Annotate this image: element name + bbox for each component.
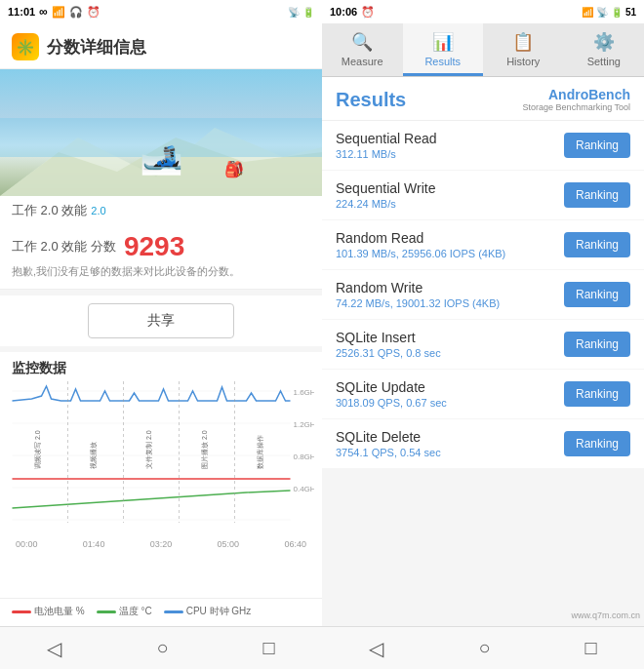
legend-temp: 温度 °C	[97, 605, 152, 618]
brand-black: Andro	[548, 87, 588, 102]
right-recent-button[interactable]: □	[565, 629, 616, 667]
skier-figure: 🎿	[140, 136, 183, 177]
result-value-0: 312.11 MB/s	[336, 148, 437, 160]
cpu-dot	[164, 610, 183, 613]
setting-icon: ⚙️	[593, 31, 615, 53]
svg-text:文件复制 2.0: 文件复制 2.0	[145, 430, 152, 469]
score-value: 9293	[124, 233, 184, 260]
result-name-4: SQLite Insert	[336, 330, 441, 345]
tab-history[interactable]: 📋 History	[483, 23, 564, 76]
results-list: Sequential Read 312.11 MB/s Ranking Sequ…	[322, 121, 644, 626]
left-nav-bar: ◁ ○ □	[0, 626, 322, 669]
measure-icon: 🔍	[351, 31, 373, 53]
battery-icon: 🔋	[302, 7, 314, 18]
svg-text:1.2GHz: 1.2GHz	[294, 420, 315, 429]
result-name-2: Random Read	[336, 230, 505, 246]
work-text: 工作 2.0 效能	[12, 202, 87, 219]
result-value-5: 3018.09 QPS, 0.67 sec	[336, 397, 447, 409]
right-back-button[interactable]: ◁	[349, 629, 403, 668]
svg-text:0.8GHz: 0.8GHz	[294, 453, 315, 461]
result-value-3: 74.22 MB/s, 19001.32 IOPS (4KB)	[336, 297, 500, 309]
right-alarm-icon: ⏰	[361, 6, 375, 19]
cpu-legend-text: CPU 时钟 GHz	[186, 605, 252, 618]
history-icon: 📋	[512, 31, 534, 53]
right-time: 10:06	[330, 6, 357, 18]
signal-icon: 📶	[52, 6, 65, 19]
monitor-title: 监控数据	[0, 352, 322, 381]
chart-svg: 1.6GHz 1.2GHz 0.8GHz 0.4GHz	[8, 381, 314, 537]
result-value-6: 3754.1 QPS, 0.54 sec	[336, 447, 441, 458]
ranking-btn-4[interactable]: Ranking	[564, 332, 630, 357]
tab-results[interactable]: 📊 Results	[403, 23, 484, 76]
result-name-0: Sequential Read	[336, 131, 437, 146]
left-back-button[interactable]: ◁	[27, 629, 81, 668]
left-title: 分数详细信息	[47, 36, 146, 59]
right-home-button[interactable]: ○	[459, 629, 509, 667]
result-name-3: Random Write	[336, 280, 500, 295]
result-value-1: 224.24 MB/s	[336, 198, 435, 210]
app-logo: ✳️	[12, 33, 39, 60]
ranking-btn-3[interactable]: Ranking	[564, 282, 630, 307]
battery-dot	[12, 610, 31, 613]
x-label-3: 05:00	[218, 539, 240, 549]
score-row: 工作 2.0 效能 分数 9293	[12, 233, 310, 260]
results-icon: 📊	[432, 31, 454, 53]
battery-legend-text: 电池电量 %	[34, 605, 85, 618]
share-button[interactable]: 共享	[88, 303, 234, 338]
x-label-4: 06:40	[284, 539, 306, 549]
score-label: 工作 2.0 效能 分数	[12, 238, 116, 256]
right-wifi-icon: 📶	[582, 7, 593, 18]
svg-text:0.4GHz: 0.4GHz	[294, 485, 315, 493]
temp-dot	[97, 610, 116, 613]
brand-blue: Bench	[588, 87, 630, 102]
right-battery-pct: 51	[625, 7, 636, 18]
result-name-6: SQLite Delete	[336, 429, 441, 445]
temp-legend-text: 温度 °C	[119, 605, 152, 618]
result-item-sqlite-update: SQLite Update 3018.09 QPS, 0.67 sec Rank…	[322, 370, 644, 418]
chart-x-labels: 00:00 01:40 03:20 05:00 06:40	[8, 537, 314, 551]
tab-setting-label: Setting	[587, 56, 621, 67]
ranking-btn-1[interactable]: Ranking	[564, 182, 630, 208]
work-label: 工作 2.0 效能 2.0	[0, 196, 322, 225]
tab-setting[interactable]: ⚙️ Setting	[564, 23, 645, 76]
svg-text:1.6GHz: 1.6GHz	[294, 388, 315, 397]
right-panel: 10:06 ⏰ 📶 📡 🔋 51 🔍 Measure 📊 Results 📋 H…	[322, 0, 644, 669]
results-page-title: Results	[336, 89, 406, 111]
ranking-btn-0[interactable]: Ranking	[564, 133, 630, 158]
bag-figure: 🎒	[224, 160, 244, 178]
right-status-bar: 10:06 ⏰ 📶 📡 🔋 51	[322, 0, 644, 23]
svg-text:视频播放: 视频播放	[90, 442, 98, 469]
result-item-sqlite-delete: SQLite Delete 3754.1 QPS, 0.54 sec Ranki…	[322, 419, 644, 468]
x-label-0: 00:00	[16, 539, 38, 549]
svg-text:调频读写 2.0: 调频读写 2.0	[34, 430, 42, 469]
result-name-5: SQLite Update	[336, 379, 447, 395]
logo-star: ✳️	[16, 38, 35, 57]
right-nav-bar: ◁ ○ □	[322, 626, 644, 669]
ranking-btn-5[interactable]: Ranking	[564, 381, 630, 407]
ranking-btn-6[interactable]: Ranking	[564, 431, 630, 456]
right-battery-icon: 🔋	[611, 7, 623, 18]
left-home-button[interactable]: ○	[137, 629, 187, 667]
score-section: 工作 2.0 效能 分数 9293 抱歉,我们没有足够的数据来对比此设备的分数。	[0, 225, 322, 290]
x-label-2: 03:20	[150, 539, 173, 549]
results-header: Results AndroBench Storage Benchmarking …	[322, 77, 644, 121]
alarm-icon: ⏰	[87, 6, 101, 19]
left-status-bar: 11:01 ∞ 📶 🎧 ⏰ 📡 🔋	[0, 0, 322, 23]
left-header: ✳️ 分数详细信息	[0, 23, 322, 69]
left-recent-button[interactable]: □	[243, 629, 294, 667]
result-item-sequential-read: Sequential Read 312.11 MB/s Ranking	[322, 121, 644, 170]
infinity-icon: ∞	[39, 5, 48, 19]
score-note: 抱歉,我们没有足够的数据来对比此设备的分数。	[12, 264, 310, 279]
result-name-1: Sequential Write	[336, 180, 435, 196]
tab-measure[interactable]: 🔍 Measure	[322, 23, 403, 76]
tab-history-label: History	[506, 56, 540, 67]
left-panel: 11:01 ∞ 📶 🎧 ⏰ 📡 🔋 ✳️ 分数详细信息 🎿 🎒 工作 2.0 效	[0, 0, 322, 669]
chart-canvas: 1.6GHz 1.2GHz 0.8GHz 0.4GHz	[8, 381, 314, 537]
tab-results-label: Results	[424, 56, 461, 67]
headphone-icon: 🎧	[69, 6, 83, 19]
tab-measure-label: Measure	[342, 56, 383, 67]
result-item-sqlite-insert: SQLite Insert 2526.31 QPS, 0.8 sec Ranki…	[322, 320, 644, 369]
legend-cpu: CPU 时钟 GHz	[164, 605, 252, 618]
wifi-icon: 📡	[288, 7, 300, 18]
ranking-btn-2[interactable]: Ranking	[564, 232, 630, 257]
